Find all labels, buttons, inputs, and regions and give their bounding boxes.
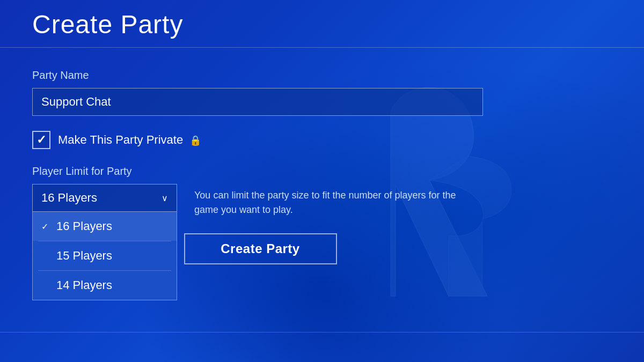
make-private-checkbox[interactable]: ✓ — [32, 131, 50, 149]
dropdown-option-15-label: 15 Players — [56, 249, 112, 263]
dropdown-selected[interactable]: 16 Players ∨ — [32, 184, 177, 212]
checkmark-icon: ✓ — [36, 134, 46, 146]
dropdown-option-14-label: 14 Players — [56, 278, 112, 292]
party-name-label: Party Name — [32, 69, 488, 82]
dropdown-option-14[interactable]: 14 Players — [33, 271, 177, 300]
dropdown-option-15[interactable]: 15 Players — [33, 241, 177, 270]
selected-check-icon: ✓ — [41, 221, 51, 232]
player-limit-section: Player Limit for Party 16 Players ∨ ✓ 16… — [32, 165, 488, 264]
bottom-bar — [0, 332, 644, 362]
chevron-down-icon: ∨ — [162, 193, 168, 203]
main-content: Party Name ✓ Make This Party Private 🔒 P… — [0, 48, 644, 286]
dropdown-option-16-label: 16 Players — [56, 219, 112, 233]
party-name-input[interactable] — [32, 88, 483, 116]
player-limit-row: 16 Players ∨ ✓ 16 Players — [32, 184, 488, 217]
form-section: Party Name ✓ Make This Party Private 🔒 P… — [32, 69, 488, 264]
create-party-button[interactable]: Create Party — [184, 233, 337, 264]
player-limit-label: Player Limit for Party — [32, 165, 488, 178]
make-private-label: Make This Party Private 🔒 — [58, 133, 201, 147]
player-limit-hint: You can limit the party size to fit the … — [194, 184, 463, 217]
dropdown-option-16[interactable]: ✓ 16 Players — [33, 212, 177, 241]
page-title: Create Party — [32, 10, 612, 39]
header-bar: Create Party — [0, 0, 644, 48]
dropdown-selected-text: 16 Players — [41, 191, 97, 205]
player-limit-dropdown[interactable]: 16 Players ∨ ✓ 16 Players — [32, 184, 177, 212]
dropdown-menu: ✓ 16 Players 15 Players — [32, 212, 177, 300]
lock-icon: 🔒 — [189, 135, 201, 146]
make-private-row: ✓ Make This Party Private 🔒 — [32, 131, 488, 149]
